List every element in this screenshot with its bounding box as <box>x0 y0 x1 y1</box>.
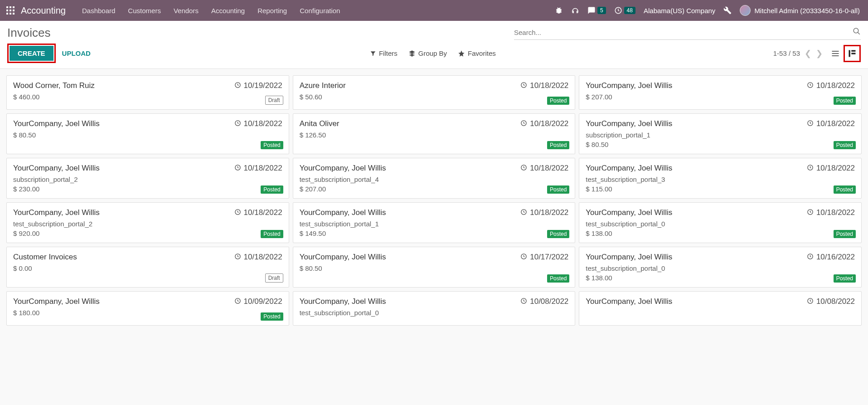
clock-icon <box>234 120 241 128</box>
card-title: Anita Oliver <box>300 119 339 128</box>
pager: 1-53 / 53 ❮ ❯ <box>773 49 823 59</box>
nav-configuration[interactable]: Configuration <box>293 7 346 15</box>
card-ref: subscription_portal_1 <box>586 131 855 139</box>
kanban-view-button[interactable] <box>846 47 858 60</box>
invoice-card[interactable]: Azure Interior10/18/2022$ 50.60Posted <box>293 75 576 110</box>
card-amount: $ 50.60 <box>300 93 569 101</box>
pager-text[interactable]: 1-53 / 53 <box>773 49 800 57</box>
svg-rect-15 <box>849 50 850 57</box>
invoice-card[interactable]: YourCompany, Joel Willis10/09/2022$ 180.… <box>6 291 289 326</box>
nav-dashboard[interactable]: Dashboard <box>76 7 121 15</box>
invoice-card[interactable]: Anita Oliver10/18/2022$ 126.50Posted <box>293 113 576 154</box>
user-menu[interactable]: Mitchell Admin (20333450-16-0-all) <box>740 5 860 16</box>
highlight-create: CREATE <box>7 44 56 63</box>
invoice-card[interactable]: YourCompany, Joel Willis10/16/2022test_s… <box>579 247 862 288</box>
invoice-card[interactable]: YourCompany, Joel Willis10/18/2022test_s… <box>579 202 862 243</box>
svg-rect-17 <box>851 53 855 54</box>
invoice-card[interactable]: YourCompany, Joel Willis10/18/2022test_s… <box>6 202 289 243</box>
status-badge: Draft <box>265 273 283 283</box>
card-ref: test_subscription_portal_4 <box>300 176 569 183</box>
card-title: YourCompany, Joel Willis <box>586 208 672 217</box>
status-badge: Posted <box>261 141 283 149</box>
card-title: YourCompany, Joel Willis <box>13 164 100 173</box>
apps-icon[interactable] <box>0 6 21 15</box>
invoice-card[interactable]: YourCompany, Joel Willis10/08/2022 <box>579 291 862 326</box>
svg-rect-8 <box>13 13 15 15</box>
activities-badge: 48 <box>624 7 635 14</box>
groupby-button[interactable]: Group By <box>408 49 447 57</box>
bug-icon[interactable] <box>555 6 563 15</box>
invoice-card[interactable]: YourCompany, Joel Willis10/18/2022test_s… <box>579 158 862 199</box>
search-input[interactable] <box>514 29 853 36</box>
highlight-kanban <box>844 45 861 62</box>
card-date: 10/18/2022 <box>234 208 282 217</box>
card-date: 10/16/2022 <box>807 253 855 262</box>
nav-vendors[interactable]: Vendors <box>167 7 205 15</box>
card-date: 10/17/2022 <box>520 253 568 262</box>
list-view-button[interactable] <box>829 47 842 60</box>
nav-accounting[interactable]: Accounting <box>205 7 251 15</box>
pager-next-icon[interactable]: ❯ <box>816 49 823 59</box>
status-badge: Posted <box>834 274 856 283</box>
invoice-card[interactable]: YourCompany, Joel Willis10/18/2022subscr… <box>6 158 289 199</box>
card-title: YourCompany, Joel Willis <box>300 208 386 217</box>
invoice-card[interactable]: YourCompany, Joel Willis10/17/2022$ 80.5… <box>293 247 576 288</box>
status-badge: Posted <box>834 141 856 149</box>
clock-icon <box>234 82 241 90</box>
clock-icon <box>807 253 814 261</box>
svg-rect-4 <box>10 10 11 11</box>
invoice-card[interactable]: YourCompany, Joel Willis10/18/2022test_s… <box>293 158 576 199</box>
pager-prev-icon[interactable]: ❮ <box>805 49 811 59</box>
card-title: YourCompany, Joel Willis <box>586 253 672 262</box>
search-bar[interactable] <box>514 25 861 40</box>
card-ref: test_subscription_portal_2 <box>13 220 282 228</box>
status-badge: Posted <box>834 230 856 238</box>
status-badge: Draft <box>265 96 283 105</box>
svg-rect-0 <box>6 6 8 8</box>
card-title: YourCompany, Joel Willis <box>13 208 100 217</box>
card-date: 10/18/2022 <box>234 164 282 173</box>
favorites-button[interactable]: Favorites <box>458 49 496 57</box>
card-amount: $ 138.00 <box>586 229 855 237</box>
company-selector[interactable]: Alabama(US) Company <box>644 7 715 15</box>
invoice-card[interactable]: YourCompany, Joel Willis10/18/2022test_s… <box>293 202 576 243</box>
invoice-card[interactable]: YourCompany, Joel Willis10/18/2022$ 207.… <box>579 75 862 110</box>
invoice-card[interactable]: YourCompany, Joel Willis10/18/2022$ 80.5… <box>6 113 289 154</box>
card-date: 10/18/2022 <box>807 208 855 217</box>
nav-reporting[interactable]: Reporting <box>251 7 293 15</box>
card-date: 10/18/2022 <box>520 164 568 173</box>
card-amount: $ 207.00 <box>300 185 569 193</box>
activities-icon[interactable]: 48 <box>614 6 635 15</box>
invoice-card[interactable]: Customer Invoices10/18/2022$ 0.00Draft <box>6 247 289 288</box>
navbar: Accounting Dashboard Customers Vendors A… <box>0 0 868 21</box>
create-button[interactable]: CREATE <box>10 46 53 61</box>
app-name[interactable]: Accounting <box>21 5 76 16</box>
kanban-view: Wood Corner, Tom Ruiz10/19/2022$ 460.00D… <box>0 69 868 402</box>
status-badge: Posted <box>547 141 569 149</box>
card-title: YourCompany, Joel Willis <box>300 253 386 262</box>
card-date: 10/08/2022 <box>807 297 855 306</box>
upload-button[interactable]: UPLOAD <box>60 46 92 61</box>
tools-icon[interactable] <box>723 6 732 15</box>
card-title: Customer Invoices <box>13 253 77 262</box>
status-badge: Posted <box>261 312 283 321</box>
card-title: YourCompany, Joel Willis <box>300 164 386 173</box>
clock-icon <box>520 209 527 217</box>
card-date: 10/18/2022 <box>234 119 282 128</box>
nav-menu: Dashboard Customers Vendors Accounting R… <box>76 7 346 15</box>
invoice-card[interactable]: Wood Corner, Tom Ruiz10/19/2022$ 460.00D… <box>6 75 289 110</box>
support-icon[interactable] <box>571 6 579 15</box>
card-amount: $ 230.00 <box>13 185 282 193</box>
messages-icon[interactable]: 5 <box>587 6 606 15</box>
nav-customers[interactable]: Customers <box>121 7 167 15</box>
breadcrumb: Invoices <box>7 26 50 40</box>
card-date: 10/19/2022 <box>234 81 282 90</box>
clock-icon <box>520 82 527 90</box>
invoice-card[interactable]: YourCompany, Joel Willis10/08/2022test_s… <box>293 291 576 326</box>
search-icon[interactable] <box>853 27 861 38</box>
card-amount: $ 80.50 <box>586 141 855 148</box>
card-ref: test_subscription_portal_0 <box>586 264 855 272</box>
invoice-card[interactable]: YourCompany, Joel Willis10/18/2022subscr… <box>579 113 862 154</box>
card-ref: test_subscription_portal_1 <box>300 220 569 228</box>
filters-button[interactable]: Filters <box>370 49 398 57</box>
